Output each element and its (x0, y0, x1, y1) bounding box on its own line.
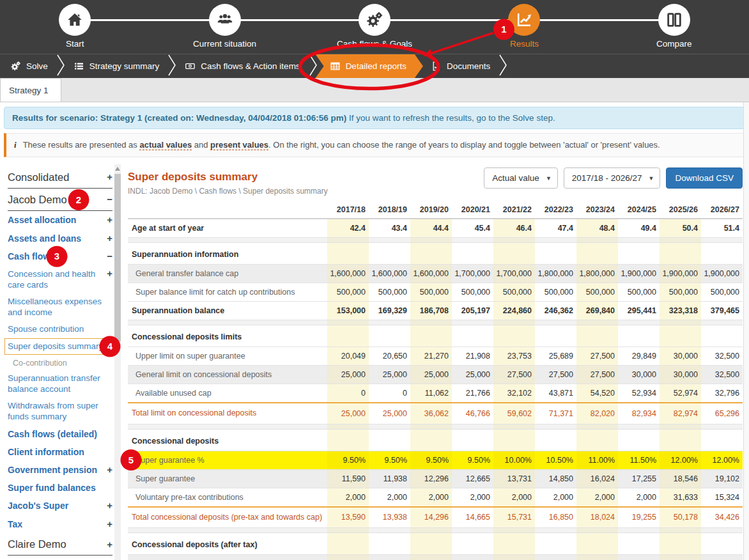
step-circle-results[interactable] (508, 4, 540, 36)
sidebar-item-label: Client information (8, 447, 84, 457)
sidebar-item-co-contribution[interactable]: Co-contribution (8, 356, 112, 370)
step-results[interactable]: Results (449, 0, 599, 54)
tab-strategy-1[interactable]: Strategy 1 (0, 78, 61, 102)
value-cell: 71,371 (535, 403, 576, 424)
value-cell: 20,650 (369, 347, 410, 366)
step-circle-current-situation[interactable] (209, 4, 241, 36)
step-start[interactable]: Start (0, 0, 150, 54)
value-cell: 2,000 (369, 488, 410, 507)
sidebar-item-asset-allocation[interactable]: Asset allocation+ (8, 211, 112, 229)
expand-toggle-icon[interactable]: + (107, 172, 112, 183)
actual-values-term[interactable]: actual values (139, 140, 192, 150)
sidebar-scrollbar-thumb[interactable] (114, 174, 121, 341)
sidebar-item-government-pension[interactable]: Government pension+ (8, 461, 112, 479)
crumb-strategy-summary[interactable]: Strategy summary (66, 54, 167, 78)
row-label (128, 424, 327, 429)
sidebar-item-concession-and-health-care-cards[interactable]: Concession and health care cards+ (8, 266, 112, 293)
expand-toggle-icon[interactable]: + (107, 215, 112, 226)
value-cell (369, 243, 410, 265)
sidebar-item-label: Consolidated (8, 171, 69, 183)
value-cell: 50,178 (660, 555, 701, 560)
value-cell: 50.4 (660, 219, 701, 238)
sidebar-item-consolidated[interactable]: Consolidated+ (8, 166, 112, 189)
value-mode-select[interactable]: Actual value ▼ (484, 167, 558, 189)
step-label: Compare (656, 39, 692, 49)
value-cell (701, 429, 743, 451)
collapse-toggle-icon[interactable]: − (107, 194, 112, 205)
value-cell: 13,938 (369, 507, 410, 528)
value-cell: 11,938 (369, 469, 410, 488)
sidebar-item-tax[interactable]: Tax+ (8, 515, 112, 534)
step-circle-cash-flows-goals[interactable] (359, 4, 390, 36)
sidebar-item-jacob-demo[interactable]: Jacob Demo− (8, 189, 112, 211)
value-cell: 18,024 (576, 507, 618, 528)
value-cell (493, 429, 535, 451)
crumb-cash-flows-action-items[interactable]: Cash flows & Action items (177, 54, 307, 78)
sidebar-item-assets-and-loans[interactable]: Assets and loans+ (8, 229, 112, 248)
value-cell (618, 528, 660, 533)
value-cell: 2,000 (618, 488, 660, 507)
sidebar-item-cash-flows-detailed[interactable]: Cash flows (detailed) (8, 425, 112, 443)
info-icon: i (14, 140, 17, 150)
expand-toggle-icon[interactable]: + (107, 268, 112, 279)
sidebar-item-claire-demo[interactable]: Claire Demo+ (8, 533, 112, 556)
year-column-header: 2020/21 (452, 202, 493, 219)
step-current-situation[interactable]: Current situation (150, 0, 299, 54)
sidebar-item-jacob-s-super[interactable]: Jacob's Super+ (8, 497, 112, 515)
step-compare[interactable]: Compare (599, 0, 749, 54)
chevron-separator-icon (308, 53, 318, 77)
value-cell: 1,900,000 (660, 265, 701, 283)
value-cell: 15,731 (493, 555, 535, 560)
crumb-solve[interactable]: Solve (3, 54, 56, 78)
sidebar-item-spouse-contribution[interactable]: Spouse contribution (8, 321, 112, 338)
sidebar-item-super-deposits-summary[interactable]: Super deposits summary (8, 341, 111, 352)
expand-toggle-icon[interactable]: + (107, 540, 112, 550)
value-cell (618, 533, 660, 555)
value-cell: 49.4 (618, 219, 660, 238)
expand-toggle-icon[interactable]: + (107, 501, 112, 511)
value-cell: 50,178 (660, 507, 701, 528)
value-cell (618, 320, 660, 325)
row-label: Concessional deposits (128, 429, 327, 451)
step-cash-flows-goals[interactable]: Cash flows & Goals (300, 0, 449, 54)
expand-toggle-icon[interactable]: + (107, 465, 112, 476)
value-cell: 14,296 (410, 555, 452, 560)
collapse-toggle-icon[interactable]: − (107, 251, 112, 262)
expand-toggle-icon[interactable]: + (107, 233, 112, 244)
present-values-term[interactable]: present values (210, 140, 268, 150)
crumb-documents[interactable]: Documents (423, 54, 498, 78)
sidebar-item-label: Withdrawals from super funds summary (8, 400, 112, 423)
value-cell (369, 325, 410, 347)
year-range-select[interactable]: 2017/18 - 2026/27 ▼ (564, 167, 661, 189)
value-cell: 31,633 (660, 488, 701, 507)
row-label: Total concessional deposits (pre-tax) (128, 555, 327, 560)
row-label (128, 528, 327, 533)
step-label: Results (510, 39, 539, 49)
sidebar-item-label: Superannuation transfer balance account (8, 373, 112, 395)
value-cell: 14,296 (410, 507, 452, 528)
crumb-detailed-reports[interactable]: Detailed reports (316, 54, 423, 78)
value-cell: 500,000 (493, 283, 535, 302)
value-cell (410, 424, 452, 429)
step-circle-start[interactable] (59, 4, 91, 36)
expand-toggle-icon[interactable]: + (107, 519, 112, 530)
sidebar-item-miscellaneous-expenses-and-income[interactable]: Miscellaneous expenses and income (8, 293, 112, 321)
value-cell: 1,700,000 (452, 265, 493, 283)
step-circle-compare[interactable] (658, 4, 690, 36)
sidebar-item-cash-flows[interactable]: Cash flows− (8, 247, 112, 266)
sidebar-item-action-items[interactable]: Action items+ (8, 556, 112, 560)
sidebar-item-withdrawals-from-super-funds-summary[interactable]: Withdrawals from super funds summary (8, 398, 112, 425)
value-cell: 27,500 (535, 366, 576, 384)
page-scrollbar[interactable] (743, 102, 749, 560)
value-cell (660, 325, 701, 347)
sidebar-scrollbar[interactable] (114, 164, 121, 560)
value-cell: 30,000 (660, 347, 701, 366)
scroll-up-arrow-icon[interactable] (115, 167, 120, 171)
sidebar-item-client-information[interactable]: Client information (8, 443, 112, 461)
sidebar-item-super-fund-balances[interactable]: Super fund balances (8, 479, 112, 497)
value-cell: 16,850 (535, 507, 576, 528)
download-csv-button[interactable]: Download CSV (666, 167, 743, 189)
value-cell: 59,602 (493, 403, 535, 424)
sidebar-item-superannuation-transfer-balance-account[interactable]: Superannuation transfer balance account (8, 370, 112, 398)
value-cell (576, 243, 618, 265)
